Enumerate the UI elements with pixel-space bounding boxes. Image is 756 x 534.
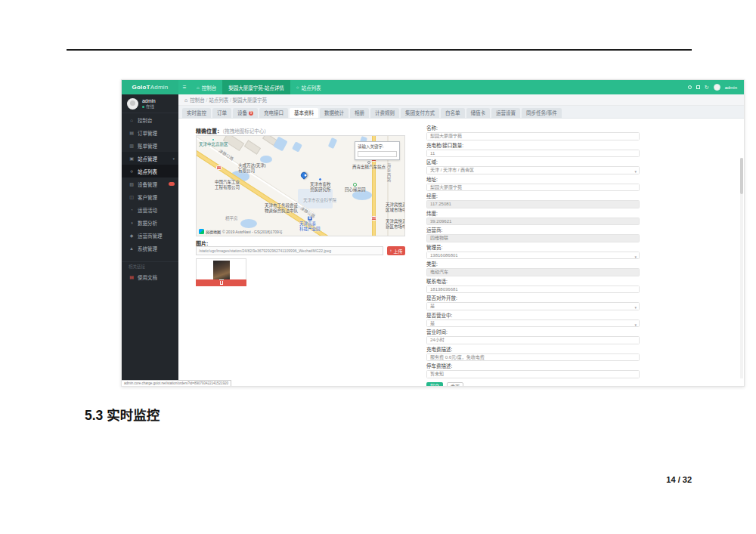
map-poi-label: 天津市农业科学院 <box>303 198 336 203</box>
tab-同步任务/事件[interactable]: 同步任务/事件 <box>522 108 562 118</box>
field-select[interactable]: 13816086801▾ <box>426 252 640 260</box>
profile-status: 在线 <box>142 104 156 110</box>
sidebar-item-docs[interactable]: ▤ 使用文档 <box>122 270 178 283</box>
tab-运营设置[interactable]: 运营设置 <box>491 108 520 118</box>
trash-icon <box>220 281 223 285</box>
bell-icon[interactable] <box>688 85 692 89</box>
field-select[interactable]: 天津 / 天津市 / 西青区▾ <box>426 166 640 174</box>
map-search-input[interactable] <box>358 151 397 157</box>
field-value: 暂未知 <box>430 372 444 376</box>
field-input[interactable]: 暂未知 <box>426 370 640 378</box>
sidebar-item-icon: ⌂ <box>129 118 135 122</box>
sidebar-item-icon: ○ <box>129 169 135 174</box>
field-input[interactable]: 18138036681 <box>426 286 640 294</box>
home-icon[interactable]: ⌂ <box>184 97 187 103</box>
sidebar-item-数据分析[interactable]: ◑数据分析 <box>122 216 178 229</box>
fullscreen-icon[interactable] <box>696 85 700 89</box>
tab-label: 订单 <box>217 108 227 118</box>
sidebar-item-站点管理[interactable]: ▣站点管理▾ <box>122 152 178 165</box>
home-icon: ⌂ <box>197 85 200 90</box>
amap-logo-text: 高德地图 <box>206 229 221 234</box>
profile-avatar[interactable] <box>127 98 138 110</box>
field-select[interactable]: 是▾ <box>426 302 640 310</box>
sidebar-item-系统管理[interactable]: ▲系统管理 <box>122 242 178 255</box>
map-poi-label: 海泰西路 <box>386 163 392 183</box>
tab-label: 基本资料 <box>294 108 314 118</box>
field-label: 是否营业中: <box>426 313 640 319</box>
field-value: 是 <box>430 304 435 308</box>
field-input[interactable]: 24小时 <box>426 336 640 344</box>
refresh-icon[interactable]: ↻ <box>705 85 709 89</box>
field-value: 18138036681 <box>430 287 458 292</box>
station-photo[interactable] <box>213 261 230 279</box>
tab-label: 设备 <box>237 108 247 118</box>
photo-path-input[interactable]: /static/ugc/images/station/24/82/9e36792… <box>196 246 383 255</box>
field-input: 四维物联 <box>426 234 640 242</box>
sidebar-item-客户管理[interactable]: ◫客户管理 <box>122 190 178 203</box>
topbar-tab[interactable]: 梨园大厦康宁苑-站点详情 <box>222 80 290 94</box>
tab-相册[interactable]: 相册 <box>350 108 369 118</box>
field-value: 117.25081 <box>430 202 451 206</box>
statusbar-url: admin.core.charge.goiot.net/station/orde… <box>122 380 231 386</box>
field-value: 服务费 0.6元/度，免收电费 <box>430 355 485 360</box>
tab-数据统计[interactable]: 数据统计 <box>320 108 349 118</box>
map-poi-dot-blue-icon <box>318 177 322 181</box>
tab-订单[interactable]: 订单 <box>212 108 231 118</box>
tab-白名单[interactable]: 白名单 <box>441 108 465 118</box>
field-value: 24小时 <box>430 338 445 342</box>
sidebar-item-设备管理[interactable]: ▧设备管理 <box>122 177 178 190</box>
topbar-tab[interactable]: ⌂控制台 <box>191 80 222 94</box>
tab-集团支付方式[interactable]: 集团支付方式 <box>401 108 439 118</box>
sidebar-item-label: 数据分析 <box>138 219 157 227</box>
delete-photo-button[interactable] <box>196 279 246 286</box>
sidebar-item-订单管理[interactable]: ▤订单管理 <box>122 126 178 139</box>
field-select[interactable]: 是▾ <box>426 319 640 328</box>
field-input[interactable]: 11 <box>426 150 640 158</box>
menu-toggle-icon[interactable]: ≡ <box>178 80 191 94</box>
tab-实时监控[interactable]: 实时监控 <box>182 108 211 118</box>
breadcrumb: ⌂ 控制台 / 站点列表 / 梨园大厦康宁苑 <box>178 94 744 106</box>
sidebar-item-站点列表[interactable]: ○站点列表 <box>122 165 178 177</box>
scrollbar[interactable] <box>740 158 743 378</box>
avatar[interactable] <box>714 84 720 91</box>
sidebar-item-账单管理[interactable]: ▥账单管理 <box>122 139 178 152</box>
chevron-down-icon: ▾ <box>634 322 637 329</box>
location-hint: （拖拽地图标记中心） <box>222 128 269 134</box>
field-value: 梨园大厦康宁苑 <box>430 134 462 138</box>
tab-设备[interactable]: 设备9 <box>233 108 258 118</box>
topbar-username[interactable]: admin <box>725 85 737 90</box>
tab-基本资料[interactable]: 基本资料 <box>290 108 318 118</box>
sidebar-item-label: 客户管理 <box>138 193 157 201</box>
tab-label: 计费规则 <box>375 108 395 118</box>
map-pin[interactable] <box>299 171 308 179</box>
map-pond <box>260 156 272 163</box>
field-value: 39.209621 <box>430 219 451 224</box>
sidebar-section-label: 相关链接 <box>122 261 178 270</box>
sidebar-item-label: 运营活动 <box>138 206 157 214</box>
field-label: 联系电话: <box>426 279 640 285</box>
reset-button[interactable]: 重置 <box>447 382 463 387</box>
submit-button[interactable]: 提交 <box>426 382 443 387</box>
map-poi-label: S天津高泰科技产业园 <box>299 216 321 231</box>
scrollbar-thumb[interactable] <box>740 158 743 194</box>
field-input[interactable]: 服务费 0.6元/度，免收电费 <box>426 353 640 362</box>
sidebar-item-运营活动[interactable]: ◔运营活动 <box>122 203 178 216</box>
sidebar-item-控制台[interactable]: ⌂控制台 <box>122 113 178 126</box>
tab-储值卡[interactable]: 储值卡 <box>466 108 491 118</box>
breadcrumb-item[interactable]: 站点列表 <box>209 97 228 103</box>
admin-window: GoIoTAdmin ≡ ⌂控制台梨园大厦康宁苑-站点详情○站点列表 ↻ adm… <box>121 79 745 387</box>
tab-充电接口[interactable]: 充电接口 <box>259 108 288 118</box>
tab-label: 运营设置 <box>496 108 516 118</box>
upload-button[interactable]: ↑上传 <box>387 246 405 255</box>
map-copyright: © 2019 AutoNavi - GS(2018)1709号 <box>222 229 283 234</box>
field-input[interactable]: 梨园大厦康宁苑 <box>426 184 640 192</box>
topbar-tab[interactable]: ○站点列表 <box>290 80 327 94</box>
field-label: 管理员: <box>426 245 640 251</box>
sidebar-item-运营商管理[interactable]: ◆运营商管理 <box>122 229 178 242</box>
breadcrumb-item[interactable]: 梨园大厦康宁苑 <box>233 97 268 103</box>
road-shield-badge: 105 <box>371 216 376 221</box>
field-input[interactable]: 梨园大厦康宁苑 <box>426 132 640 140</box>
tab-计费规则[interactable]: 计费规则 <box>370 108 399 118</box>
breadcrumb-item[interactable]: 控制台 <box>190 97 205 103</box>
map-canvas[interactable]: 天津中北高新区大成万达(天津)有限公司中国汽车工业工程有限公司天津市畜牧兽医研究… <box>196 135 405 236</box>
